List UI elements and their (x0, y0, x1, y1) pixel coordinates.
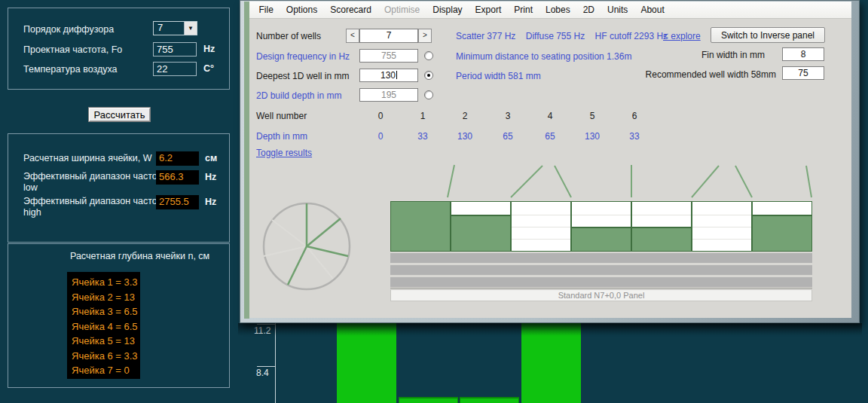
menu-2d[interactable]: 2D (576, 2, 601, 17)
menu-export[interactable]: Export (469, 2, 508, 17)
well-fill (632, 227, 691, 252)
min-distance-label: Minimum distance to seating position 1.3… (456, 51, 631, 62)
backing-stripe (390, 253, 812, 263)
well-fill (451, 215, 510, 252)
hz-unit-label: Hz (203, 44, 215, 54)
well-number-cell: 2 (451, 111, 478, 121)
cell-depths-title: Расчетная глубина ячейки n, см (70, 251, 209, 261)
build-depth-input[interactable]: 195 (359, 88, 418, 102)
well-number-cell: 0 (367, 111, 394, 121)
explore-link[interactable]: < explore (663, 31, 701, 41)
chart-tick (257, 324, 275, 325)
scatter-info: Scatter 377 Hz Diffuse 755 Hz HF cutoff … (456, 31, 668, 41)
chart-tick-label: 11.2 (254, 325, 270, 336)
qrdude-window: File Options Scorecard Optimise Display … (240, 0, 860, 323)
depth-gridline (692, 239, 751, 240)
panel-status-bar: Standard N7+0,0 Panel (390, 289, 812, 301)
scatter-direction-lines (390, 164, 812, 201)
celsius-unit-label: C° (203, 63, 214, 74)
diffuse-value: Diffuse 755 Hz (526, 31, 585, 41)
number-of-wells-value[interactable]: 7 (359, 29, 418, 43)
window-client-area: File Options Scorecard Optimise Display … (249, 2, 851, 318)
depth-gridline (512, 215, 570, 215)
menu-optimise: Optimise (377, 2, 426, 17)
well-depth-cell: 130 (451, 131, 478, 142)
menu-scorecard[interactable]: Scorecard (324, 2, 378, 17)
diffuser-order-label: Порядок диффузора (23, 24, 114, 35)
polar-lobe-diagram (261, 201, 352, 292)
deepest-well-input[interactable]: 130 (359, 69, 418, 82)
well-fill (572, 227, 631, 252)
wells-diagram (390, 201, 812, 252)
air-temperature-input[interactable] (153, 62, 197, 76)
menu-file[interactable]: File (252, 2, 280, 17)
window-content: Number of wells < 7 > Scatter 377 Hz Dif… (249, 18, 851, 318)
cell-depth-item: Ячейка 6 = 3.3 (72, 349, 136, 364)
menu-print[interactable]: Print (508, 2, 539, 17)
depth-gridline (572, 215, 631, 215)
toggle-results-link[interactable]: Toggle results (256, 148, 312, 158)
fin-width-input[interactable]: 8 (782, 47, 824, 61)
diffuser-order-select[interactable]: 7 ▼ (153, 21, 197, 35)
depth-gridline (692, 227, 751, 227)
well-number-cell: 4 (536, 111, 564, 121)
design-frequency-radio[interactable] (424, 51, 433, 60)
range-high-label: Эффективный диапазон частот, (23, 196, 163, 206)
cell-depth-item: Ячейка 7 = 0 (72, 363, 136, 378)
well-depth-cell: 0 (367, 131, 394, 142)
well-width-input[interactable]: 75 (782, 66, 824, 80)
panel-cross-section: Standard N7+0,0 Panel (390, 164, 812, 301)
well-number-cell: 6 (621, 111, 648, 121)
depth-row-label: Depth in mm (256, 131, 307, 142)
deepest-well-radio[interactable] (424, 71, 433, 80)
scatter-value: Scatter 377 Hz (456, 31, 515, 41)
well-depth-cell: 33 (621, 131, 648, 142)
menu-lobes[interactable]: Lobes (539, 2, 576, 17)
well-6 (753, 202, 811, 251)
calculate-button[interactable]: Рассчитать (88, 107, 151, 122)
hz-unit-label: Hz (205, 197, 216, 207)
cm-unit-label: см (205, 153, 217, 163)
cell-width-value: 6.2 (156, 151, 199, 166)
well-1 (451, 202, 512, 251)
hf-cutoff-value: HF cutoff 2293 Hz (595, 31, 668, 41)
wells-decrement-button[interactable]: < (346, 29, 359, 43)
depth-gridline (692, 215, 751, 215)
well-number-label: Well number (256, 111, 307, 121)
backing-stripe (390, 277, 812, 287)
design-frequency-input[interactable] (153, 42, 197, 56)
depth-gridline (512, 239, 570, 240)
menu-units[interactable]: Units (601, 2, 634, 17)
cell-depth-item: Ячейка 5 = 13 (72, 334, 136, 349)
build-depth-radio[interactable] (424, 90, 433, 99)
backing-stripe (390, 265, 812, 275)
chevron-down-icon[interactable]: ▼ (184, 22, 197, 35)
menu-options[interactable]: Options (280, 2, 323, 17)
well-depth-cell: 33 (409, 131, 436, 142)
chart-y-axis (275, 323, 276, 403)
well-depth-cell: 65 (536, 131, 564, 142)
depth-gridline (512, 227, 570, 227)
well-5 (692, 202, 753, 251)
background-bar (399, 397, 458, 403)
design-frequency-input[interactable]: 755 (359, 49, 418, 63)
menu-about[interactable]: About (634, 2, 671, 17)
menubar: File Options Scorecard Optimise Display … (249, 2, 851, 19)
design-frequency-label: Design frequency in Hz (256, 51, 350, 62)
menu-display[interactable]: Display (426, 2, 469, 17)
build-depth-label: 2D build depth in mm (256, 90, 341, 101)
wells-increment-button[interactable]: > (418, 29, 432, 43)
well-fill (753, 215, 811, 252)
switch-inverse-button[interactable]: Switch to Inverse panel (711, 27, 825, 43)
diffuser-order-value: 7 (154, 22, 184, 35)
window-left-accent (244, 2, 249, 319)
well-2 (512, 202, 572, 251)
deepest-well-label: Deepest 1D well in mm (256, 71, 349, 81)
background-bar (337, 323, 396, 403)
background-bar (521, 323, 581, 403)
hz-unit-label: Hz (205, 172, 216, 182)
well-number-cell: 1 (409, 111, 436, 121)
number-of-wells-label: Number of wells (256, 31, 321, 41)
well-fill (391, 202, 450, 251)
results-groupbox (8, 133, 230, 243)
